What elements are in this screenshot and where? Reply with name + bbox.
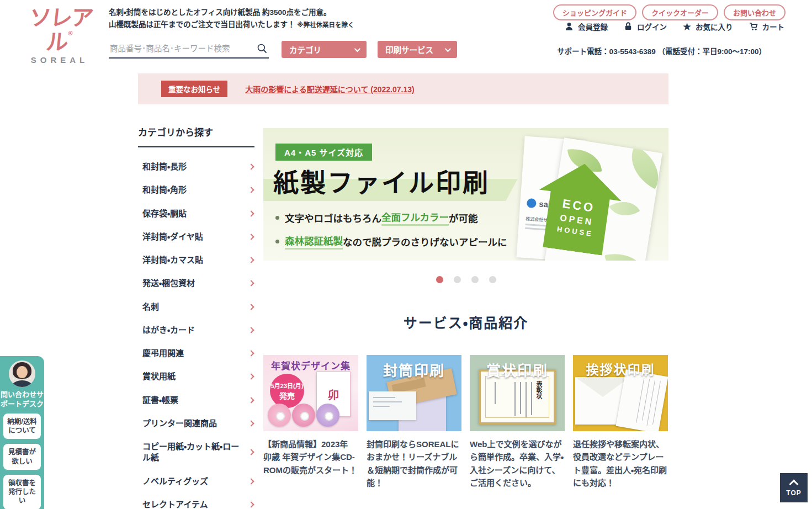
chevron-down-icon [445, 45, 451, 51]
chat-button-receipt[interactable]: 領収書を発行したい [3, 475, 41, 509]
logo-mark: ソレアル [28, 6, 94, 54]
person-icon [564, 22, 574, 31]
card-caption: Web上で文例を選びながら簡単作成。卒業、入学・入社シーズンに向けて、ご活用くだ… [470, 438, 565, 489]
search-box [109, 41, 269, 59]
chevron-right-icon [248, 210, 254, 216]
sidebar-item-meishi[interactable]: 名刺 [138, 295, 254, 319]
chevron-right-icon [248, 327, 254, 333]
search-icon[interactable] [257, 43, 268, 54]
chevron-right-icon [248, 374, 254, 380]
search-input[interactable] [110, 44, 257, 53]
sidebar-title: カテゴリから探す [138, 125, 254, 147]
tagline-note: ※弊社休業日を除く [297, 22, 354, 28]
sidebar-item-wafuutou-kaku[interactable]: 和封筒・角形 [138, 178, 254, 202]
sidebar-item-hagaki[interactable]: はがき・カード [138, 319, 254, 342]
sakura-logo-icon [527, 198, 537, 208]
hero-banner[interactable]: sakura 株式会社サクラ ECO OPEN HOUSE A4・A5 サイズ対… [263, 128, 668, 261]
support-phone: サポート電話：03-5543-6389 （電話受付：平日9:00〜17:00） [557, 45, 766, 56]
card-certificate-print[interactable]: 表彰状 賞状印刷 Web上で文例を選びながら簡単作成。卒業、入学・入社シーズンに… [470, 355, 565, 489]
chat-button-delivery[interactable]: 納期/送料について [3, 413, 41, 439]
banner-bullet-1: 文字やロゴはもちろん全面フルカラーが可能 [275, 210, 507, 226]
nenga-card-image: 年賀状デザイン集 5月23日(月) 発売 卯 [263, 355, 358, 431]
favorites-link[interactable]: ★ お気に入り [682, 21, 733, 32]
support-chat-widget: 問い合わせサポートデスク 納期/送料について 見積書が欲しい 領収書を発行したい… [0, 356, 44, 509]
support-agent-avatar [9, 360, 35, 387]
card-nenga-cdrom[interactable]: 年賀状デザイン集 5月23日(月) 発売 卯 【新商品情報】2023年 卯歳 年… [263, 355, 358, 489]
sidebar-item-shoujou[interactable]: 賞状用紙 [138, 365, 254, 388]
sidebar-item-youfuutou-kamasu[interactable]: 洋封筒・カマス貼 [138, 248, 254, 272]
sidebar-item-novelty[interactable]: ノベルティグッズ [138, 470, 254, 493]
certificate-title: 表彰状 [534, 381, 543, 399]
carousel-dot-1[interactable] [436, 276, 443, 283]
banner-size-badge: A4・A5 サイズ対応 [275, 144, 372, 161]
main-column: sakura 株式会社サクラ ECO OPEN HOUSE A4・A5 サイズ対… [263, 128, 668, 489]
category-button[interactable]: カテゴリ [282, 41, 367, 58]
nenga-image-title: 年賀状デザイン集 [263, 358, 358, 372]
page: ソレアル® SOREAL 名刺・封筒をはじめとしたオフィス向け紙製品 約3500… [0, 0, 812, 509]
logo-brand-text: SOREAL [18, 55, 101, 65]
card-envelope-print[interactable]: 封筒印刷 封筒印刷ならSOREALにおまかせ！リーズナブル＆短納期で封筒作成が可… [367, 355, 461, 489]
card-caption: 封筒印刷ならSOREALにおまかせ！リーズナブル＆短納期で封筒作成が可能！ [367, 438, 461, 489]
scroll-to-top-button[interactable]: TOP [780, 473, 808, 502]
services-section-title: サービス・商品紹介 [263, 312, 668, 332]
carousel-dots [263, 276, 668, 283]
sidebar-item-hassou[interactable]: 発送・梱包資材 [138, 272, 254, 295]
sidebar-item-copy-paper[interactable]: コピー用紙・カット紙・ロール紙 [138, 435, 254, 470]
tagline-line1: 名刺・封筒をはじめとしたオフィス向け紙製品 約3500点をご用意。 [109, 7, 354, 19]
cd-disc-icon [268, 404, 291, 427]
notice-link[interactable]: 大雨の影響による配送遅延について (2022.07.13) [245, 83, 414, 94]
sidebar-item-hozonbukuro[interactable]: 保存袋・胴貼 [138, 202, 254, 225]
banner-bullet-2: 森林認証紙製なので脱プラのさりげないアピールに [275, 234, 507, 250]
chevron-right-icon [248, 280, 254, 287]
chevron-right-icon [248, 163, 254, 169]
card-greeting-print[interactable]: 挨拶状印刷 退任挨拶や移転案内状、役員改選などテンプレート豊富。差出人・宛名印刷… [573, 355, 668, 489]
card-caption: 【新商品情報】2023年 卯歳 年賀デザイン集CD-ROMの販売がスタート！ [263, 438, 358, 476]
notice-badge: 重要なお知らせ [161, 81, 227, 97]
service-cards: 年賀状デザイン集 5月23日(月) 発売 卯 【新商品情報】2023年 卯歳 年… [263, 355, 668, 489]
sidebar-item-keichou[interactable]: 慶弔用関連 [138, 342, 254, 365]
sidebar-item-wafuutou-naga[interactable]: 和封筒・長形 [138, 155, 254, 178]
certificate-card-image: 表彰状 賞状印刷 [470, 355, 565, 431]
eco-text: ECO [561, 197, 596, 215]
quick-order-button[interactable]: クイックオーダー [642, 4, 718, 20]
cd-disc-icon [292, 404, 315, 427]
leaf-icon [621, 145, 662, 189]
print-service-button[interactable]: 印刷サービス [378, 41, 457, 58]
sidebar-item-select[interactable]: セレクトアイテム [138, 493, 254, 509]
banner-title: 紙製ファイル印刷 [273, 162, 490, 199]
chevron-right-icon [248, 478, 254, 484]
cd-disc-icon [316, 404, 339, 427]
greeting-image-title: 挨拶状印刷 [573, 359, 668, 378]
chevron-right-icon [248, 449, 254, 455]
letter-shape [616, 369, 668, 431]
chat-button-estimate[interactable]: 見積書が欲しい [3, 444, 41, 470]
contact-button[interactable]: お問い合わせ [724, 4, 786, 20]
carousel-dot-4[interactable] [489, 276, 496, 283]
shopping-guide-button[interactable]: ショッピングガイド [553, 4, 636, 20]
chevron-right-icon [248, 350, 254, 356]
sidebar-item-printer[interactable]: プリンター関連商品 [138, 412, 254, 435]
star-icon: ★ [682, 22, 692, 32]
registered-mark: ® [68, 30, 72, 36]
site-logo[interactable]: ソレアル® SOREAL [18, 6, 101, 65]
chevron-down-icon [354, 45, 360, 51]
category-sidebar: カテゴリから探す 和封筒・長形 和封筒・角形 保存袋・胴貼 洋封筒・ダイヤ貼 洋… [138, 125, 254, 509]
greeting-card-image: 挨拶状印刷 [573, 355, 668, 431]
chevron-right-icon [248, 187, 254, 193]
banner-bullets: 文字やロゴはもちろん全面フルカラーが可能 森林認証紙製なので脱プラのさりげないア… [275, 210, 507, 250]
user-links: 会員登録 ログイン ★ お気に入り カート [564, 21, 784, 32]
carousel-dot-2[interactable] [454, 276, 461, 283]
sidebar-item-youfuutou-daiya[interactable]: 洋封筒・ダイヤ貼 [138, 225, 254, 248]
register-link[interactable]: 会員登録 [564, 21, 608, 32]
cart-link[interactable]: カート [749, 21, 785, 32]
chevron-up-icon [789, 480, 799, 489]
lock-icon [623, 22, 633, 31]
chevron-right-icon [248, 234, 254, 240]
certificate-image-title: 賞状印刷 [470, 359, 565, 380]
bullet-dot-icon [275, 216, 279, 220]
login-link[interactable]: ログイン [623, 21, 667, 32]
tagline-line2: 山櫻既製品は正午までのご注文で当日出荷いたします！ [109, 20, 295, 29]
chevron-right-icon [248, 420, 254, 426]
carousel-dot-3[interactable] [471, 276, 479, 283]
sidebar-item-shousho[interactable]: 証書・帳票 [138, 389, 254, 412]
